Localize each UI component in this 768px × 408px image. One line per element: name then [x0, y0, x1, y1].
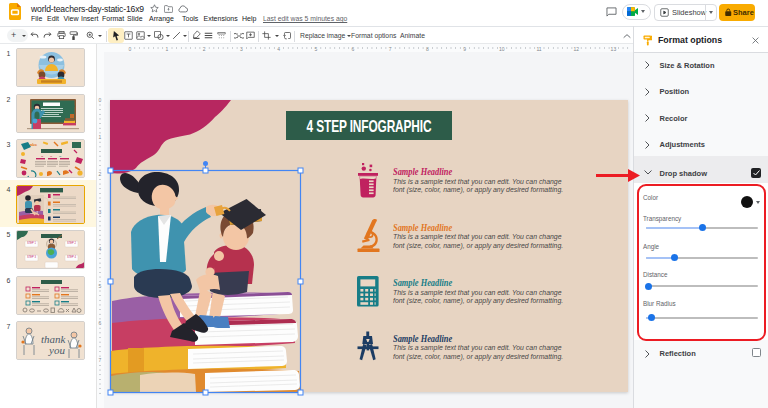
svg-text:1: 1 [166, 46, 169, 52]
svg-text:0: 0 [99, 97, 102, 103]
svg-text:12: 12 [573, 46, 579, 52]
svg-text:13: 13 [611, 46, 617, 52]
svg-text:10: 10 [499, 46, 505, 52]
svg-text:1: 1 [99, 134, 102, 140]
svg-text:abc: abc [30, 142, 38, 147]
svg-text:4: 4 [277, 46, 280, 52]
svg-text:STEP 2: STEP 2 [67, 241, 76, 245]
svg-text:2: 2 [203, 46, 206, 52]
svg-text:11: 11 [536, 46, 541, 52]
svg-text:7: 7 [389, 46, 392, 52]
svg-text:STEP 3: STEP 3 [27, 255, 36, 259]
svg-text:9: 9 [463, 46, 466, 52]
svg-text:3: 3 [240, 46, 243, 52]
svg-text:STEP 4: STEP 4 [67, 255, 76, 259]
svg-text:6: 6 [352, 46, 355, 52]
svg-text:you: you [48, 344, 65, 356]
svg-text:0: 0 [128, 46, 131, 52]
svg-text:5: 5 [314, 46, 317, 52]
svg-text:STEP 1: STEP 1 [27, 241, 36, 245]
svg-text:8: 8 [426, 46, 429, 52]
